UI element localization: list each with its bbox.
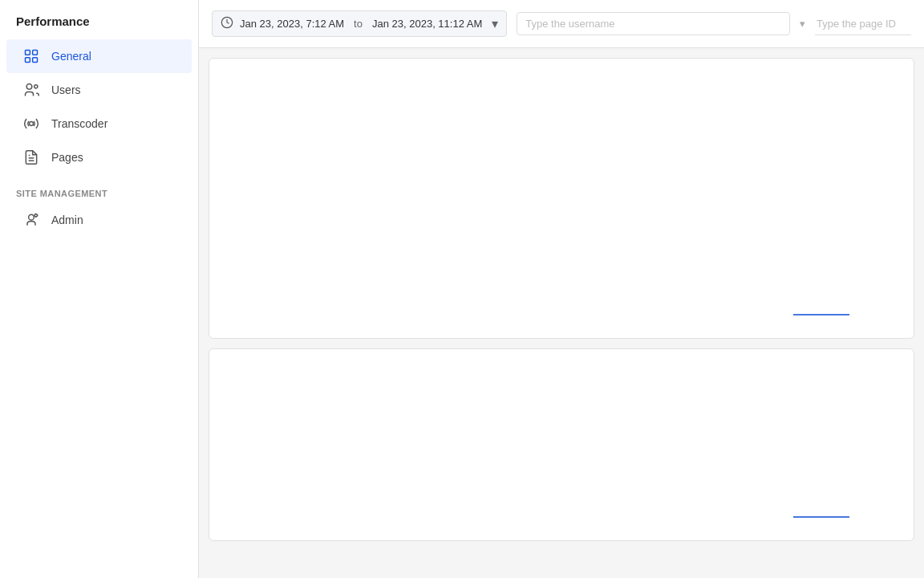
sidebar-item-general[interactable]: General — [6, 39, 192, 73]
svg-point-6 — [30, 122, 34, 126]
site-management-label: Site management — [0, 174, 198, 203]
svg-rect-0 — [26, 51, 30, 55]
sidebar-item-transcoder[interactable]: Transcoder — [6, 107, 192, 140]
clock-icon — [221, 16, 233, 31]
sidebar-item-admin[interactable]: Admin — [6, 203, 192, 237]
content-area — [199, 48, 924, 578]
svg-rect-1 — [33, 51, 38, 55]
users-icon — [22, 81, 40, 99]
chart-icon — [22, 47, 40, 65]
chart-card-bottom — [209, 348, 914, 541]
chart-card-top — [209, 58, 914, 339]
chart-line-bottom — [793, 516, 849, 518]
sidebar-item-pages-label: Pages — [51, 151, 83, 164]
date-from: Jan 23, 2023, 7:12 AM — [240, 18, 344, 30]
sidebar: Performance General Users — [0, 0, 199, 578]
svg-rect-3 — [26, 58, 30, 63]
page-id-input[interactable] — [815, 13, 911, 35]
svg-point-5 — [34, 85, 38, 88]
main-content: Jan 23, 2023, 7:12 AM to Jan 23, 2023, 1… — [199, 0, 924, 578]
sidebar-item-users-label: Users — [51, 83, 81, 96]
date-separator: to — [354, 18, 363, 30]
sidebar-item-admin-label: Admin — [51, 214, 83, 226]
date-to: Jan 23, 2023, 11:12 AM — [372, 18, 482, 30]
svg-point-4 — [26, 84, 32, 90]
username-input[interactable] — [517, 12, 790, 35]
toolbar: Jan 23, 2023, 7:12 AM to Jan 23, 2023, 1… — [199, 0, 924, 48]
chevron-down-icon: ▾ — [492, 16, 498, 31]
svg-rect-2 — [33, 58, 38, 63]
sidebar-item-transcoder-label: Transcoder — [51, 117, 107, 130]
pages-icon — [22, 149, 40, 166]
admin-icon — [22, 211, 40, 229]
sidebar-title: Performance — [0, 10, 198, 39]
chart-line-top — [793, 314, 849, 315]
sidebar-item-users[interactable]: Users — [6, 73, 192, 107]
transcoder-icon — [22, 115, 40, 132]
sidebar-item-pages[interactable]: Pages — [6, 140, 192, 174]
date-range-picker[interactable]: Jan 23, 2023, 7:12 AM to Jan 23, 2023, 1… — [212, 10, 507, 37]
page-dropdown-arrow: ▾ — [800, 18, 805, 30]
sidebar-item-general-label: General — [51, 50, 91, 63]
svg-point-10 — [29, 214, 34, 220]
